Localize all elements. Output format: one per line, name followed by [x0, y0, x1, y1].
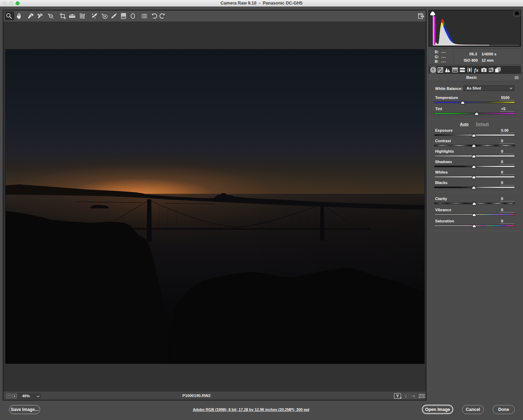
svg-text:fx: fx: [474, 67, 479, 73]
